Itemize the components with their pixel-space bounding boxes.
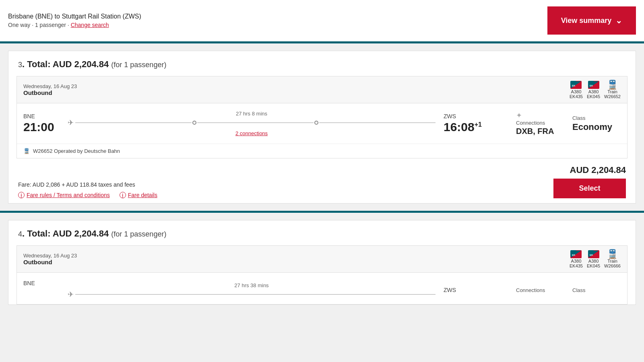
segment-date-4: Wednesday, 16 Aug 23 xyxy=(23,253,77,259)
class-value-3: Economy xyxy=(572,122,621,132)
departure-info-4: BNE xyxy=(23,280,60,301)
train-operated-icon: 🚆 xyxy=(23,148,30,154)
emirates-icon-4-2: EK xyxy=(588,250,599,258)
stop-dot-1 xyxy=(192,121,196,125)
train-icon: 🚆 xyxy=(607,80,618,90)
airline-badge-ek045: EK A380 EK045 xyxy=(587,80,600,99)
flight-num-1: EK435 xyxy=(570,94,583,99)
info-icon-rules-3: i xyxy=(18,192,25,198)
connections-value-3: DXB, FRA xyxy=(516,127,564,136)
accent-line-2 xyxy=(0,211,644,213)
trip-meta: One way · 1 passenger · Change search xyxy=(8,22,141,28)
class-label-3: Class xyxy=(572,115,621,121)
segment-type-3: Outbound xyxy=(23,89,77,96)
fare-row-3: Fare: AUD 2,086 + AUD 118.84 taxes and f… xyxy=(8,158,636,203)
airline-badge-train: 🚆 Train W26652 xyxy=(604,80,621,99)
airline-badge-4-train: 🚆 Train W26666 xyxy=(604,250,621,268)
segment-type-4: Outbound xyxy=(23,259,77,265)
route-text: Brisbane (BNE) to Stuttgart Rail Station… xyxy=(8,13,141,20)
header-left: Brisbane (BNE) to Stuttgart Rail Station… xyxy=(8,13,141,28)
operated-row-3: 🚆 W26652 Operated by Deutsche Bahn xyxy=(17,144,627,158)
total-price-3: AUD 2,204.84 xyxy=(570,165,626,175)
chevron-down-icon: ⌄ xyxy=(615,16,622,25)
flight-path-3: 27 hrs 8 mins ✈ 2 connections xyxy=(68,111,436,136)
page-header: Brisbane (BNE) to Stuttgart Rail Station… xyxy=(0,0,644,41)
class-label-4: Class xyxy=(572,287,621,293)
svg-text:EK: EK xyxy=(590,84,593,87)
view-summary-button[interactable]: View summary ⌄ xyxy=(547,6,636,35)
emirates-icon-4-1: EK xyxy=(570,250,582,258)
train-label: Train xyxy=(607,89,617,94)
emirates-icon-1: EK xyxy=(570,81,582,89)
segment-header-3: Wednesday, 16 Aug 23 Outbound EK xyxy=(17,76,627,103)
connections-info-4: Connections xyxy=(516,287,564,294)
flight-path-4: 27 hrs 38 mins ✈ xyxy=(68,282,436,299)
dep-time-3: 21:00 xyxy=(23,120,60,134)
emirates-icon-2: EK xyxy=(588,81,599,89)
segment-date-3: Wednesday, 16 Aug 23 xyxy=(23,83,77,89)
select-button-3[interactable]: Select xyxy=(553,179,626,198)
arrival-info-4: ZWS xyxy=(444,287,492,294)
train-flight-num: W26652 xyxy=(604,94,621,99)
departure-info-3: BNE 21:00 xyxy=(23,113,60,134)
stop-dot-2 xyxy=(314,121,318,125)
flight-info-row-4: BNE 27 hrs 38 mins ✈ ZWS Connections Cla… xyxy=(17,273,627,304)
connections-label-3: Connections xyxy=(516,120,564,126)
airline-code-4-1: A380 xyxy=(571,259,582,263)
svg-text:EK: EK xyxy=(590,254,593,256)
train-icon-4: 🚆 xyxy=(607,249,618,259)
segment-airlines-4: EK A380 EK435 EK xyxy=(570,250,621,268)
info-icon-details-3: i xyxy=(120,192,126,198)
airline-code-2: A380 xyxy=(588,89,599,94)
train-flight-num-4: W26666 xyxy=(604,263,621,268)
result-card-3: 3. Total: AUD 2,204.84 (for 1 passenger)… xyxy=(8,51,636,204)
plane-icon-3: ✈ xyxy=(68,118,74,127)
arr-time-3: 16:08+1 xyxy=(444,120,492,134)
operated-text-3: W26652 Operated by Deutsche Bahn xyxy=(33,148,120,154)
connections-link-3[interactable]: 2 connections xyxy=(235,130,268,136)
fare-rules-link-3[interactable]: i Fare rules / Terms and conditions xyxy=(18,192,110,198)
airline-badge-4-ek045: EK A380 EK045 xyxy=(587,250,600,268)
duration-4: 27 hrs 38 mins xyxy=(234,282,268,288)
segment-box-3: Wednesday, 16 Aug 23 Outbound EK xyxy=(17,76,627,158)
airline-badge-ek435: EK A380 EK435 xyxy=(570,80,583,99)
dep-code-3: BNE xyxy=(23,113,60,119)
svg-text:EK: EK xyxy=(572,254,576,256)
flight-num-4-1: EK435 xyxy=(570,263,583,268)
arr-code-4: ZWS xyxy=(444,287,492,293)
airline-code-1: A380 xyxy=(571,89,582,94)
dep-time-4 xyxy=(23,287,60,301)
result-title-4: 4. Total: AUD 2,204.84 (for 1 passenger) xyxy=(8,220,636,245)
fare-text-3: Fare: AUD 2,086 + AUD 118.84 taxes and f… xyxy=(18,181,157,188)
class-info-4: Class xyxy=(572,287,621,294)
arrival-info-3: ZWS 16:08+1 xyxy=(444,113,492,134)
fare-details-link-3[interactable]: i Fare details xyxy=(120,192,157,198)
segment-airlines-3: EK A380 EK435 EK xyxy=(570,80,621,99)
connections-info-3: ✦ Connections DXB, FRA xyxy=(516,111,564,136)
result-title-3: 3. Total: AUD 2,204.84 (for 1 passenger) xyxy=(8,51,636,76)
change-search-link[interactable]: Change search xyxy=(71,22,109,28)
flight-info-row-3: BNE 21:00 27 hrs 8 mins ✈ 2 connections … xyxy=(17,103,627,144)
flight-num-4-2: EK045 xyxy=(587,263,600,268)
connections-icon-3: ✦ xyxy=(516,111,564,120)
connections-label-4: Connections xyxy=(516,287,564,293)
duration-3: 27 hrs 8 mins xyxy=(236,111,267,117)
flight-num-2: EK045 xyxy=(587,94,600,99)
airline-code-4-2: A380 xyxy=(588,259,599,263)
dep-code-4: BNE xyxy=(23,280,60,286)
segment-box-4: Wednesday, 16 Aug 23 Outbound EK xyxy=(17,245,627,304)
segment-header-4: Wednesday, 16 Aug 23 Outbound EK xyxy=(17,246,627,273)
arr-code-3: ZWS xyxy=(444,113,492,119)
train-label-4: Train xyxy=(607,259,617,263)
svg-text:EK: EK xyxy=(572,84,576,87)
accent-line xyxy=(0,41,644,43)
class-info-3: Class Economy xyxy=(572,115,621,132)
plane-icon-4: ✈ xyxy=(68,290,74,299)
result-card-4: 4. Total: AUD 2,204.84 (for 1 passenger)… xyxy=(8,220,636,305)
airline-badge-4-ek435: EK A380 EK435 xyxy=(570,250,583,268)
